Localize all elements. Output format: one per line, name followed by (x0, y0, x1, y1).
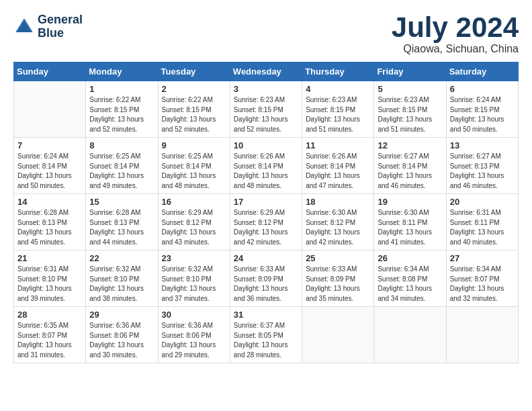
day-number: 13 (450, 140, 515, 150)
day-info: Sunrise: 6:25 AM Sunset: 8:14 PM Dayligh… (162, 152, 226, 191)
calendar-cell: 4Sunrise: 6:23 AM Sunset: 8:15 PM Daylig… (302, 81, 374, 138)
calendar-cell: 21Sunrise: 6:31 AM Sunset: 8:10 PM Dayli… (14, 250, 86, 307)
calendar-cell (374, 307, 446, 363)
day-number: 28 (17, 310, 82, 320)
calendar-cell: 25Sunrise: 6:33 AM Sunset: 8:09 PM Dayli… (302, 250, 374, 307)
day-info: Sunrise: 6:26 AM Sunset: 8:14 PM Dayligh… (306, 152, 370, 191)
day-number: 15 (89, 197, 154, 207)
month-title: July 2024 (392, 13, 519, 42)
logo: General Blue (13, 13, 83, 40)
calendar-cell: 19Sunrise: 6:30 AM Sunset: 8:11 PM Dayli… (374, 194, 446, 250)
calendar-week-row: 28Sunrise: 6:35 AM Sunset: 8:07 PM Dayli… (14, 307, 519, 363)
column-header-tuesday: Tuesday (158, 62, 230, 81)
day-number: 2 (162, 84, 226, 94)
day-info: Sunrise: 6:22 AM Sunset: 8:15 PM Dayligh… (89, 95, 154, 134)
day-info: Sunrise: 6:32 AM Sunset: 8:10 PM Dayligh… (89, 265, 154, 304)
calendar-cell (446, 307, 518, 363)
day-info: Sunrise: 6:29 AM Sunset: 8:12 PM Dayligh… (162, 208, 226, 247)
day-number: 18 (306, 197, 370, 207)
day-info: Sunrise: 6:37 AM Sunset: 8:05 PM Dayligh… (234, 321, 298, 360)
calendar-cell: 1Sunrise: 6:22 AM Sunset: 8:15 PM Daylig… (86, 81, 158, 138)
calendar-cell: 22Sunrise: 6:32 AM Sunset: 8:10 PM Dayli… (86, 250, 158, 307)
day-number: 27 (450, 253, 515, 263)
column-header-sunday: Sunday (14, 62, 86, 81)
day-number: 29 (89, 310, 154, 320)
day-number: 1 (89, 84, 154, 94)
day-info: Sunrise: 6:25 AM Sunset: 8:14 PM Dayligh… (89, 152, 154, 191)
calendar-cell: 8Sunrise: 6:25 AM Sunset: 8:14 PM Daylig… (86, 138, 158, 194)
calendar-cell: 3Sunrise: 6:23 AM Sunset: 8:15 PM Daylig… (230, 81, 302, 138)
day-info: Sunrise: 6:33 AM Sunset: 8:09 PM Dayligh… (306, 265, 370, 304)
day-info: Sunrise: 6:32 AM Sunset: 8:10 PM Dayligh… (162, 265, 226, 304)
calendar-cell: 16Sunrise: 6:29 AM Sunset: 8:12 PM Dayli… (158, 194, 230, 250)
calendar-cell (302, 307, 374, 363)
page-header: General Blue July 2024 Qiaowa, Sichuan, … (13, 13, 519, 55)
day-number: 11 (306, 140, 370, 150)
calendar-cell: 28Sunrise: 6:35 AM Sunset: 8:07 PM Dayli… (14, 307, 86, 363)
calendar-cell: 7Sunrise: 6:24 AM Sunset: 8:14 PM Daylig… (14, 138, 86, 194)
day-info: Sunrise: 6:33 AM Sunset: 8:09 PM Dayligh… (234, 265, 298, 304)
calendar-cell: 9Sunrise: 6:25 AM Sunset: 8:14 PM Daylig… (158, 138, 230, 194)
day-number: 5 (378, 84, 442, 94)
day-info: Sunrise: 6:34 AM Sunset: 8:07 PM Dayligh… (450, 265, 515, 304)
day-info: Sunrise: 6:28 AM Sunset: 8:13 PM Dayligh… (89, 208, 154, 247)
day-number: 21 (17, 253, 82, 263)
calendar-header-row: SundayMondayTuesdayWednesdayThursdayFrid… (14, 62, 519, 81)
day-number: 19 (378, 197, 442, 207)
day-number: 7 (17, 140, 82, 150)
day-info: Sunrise: 6:27 AM Sunset: 8:14 PM Dayligh… (378, 152, 442, 191)
calendar-cell: 27Sunrise: 6:34 AM Sunset: 8:07 PM Dayli… (446, 250, 518, 307)
logo-text: General Blue (38, 13, 83, 40)
day-number: 6 (450, 84, 515, 94)
day-number: 24 (234, 253, 298, 263)
calendar-cell: 24Sunrise: 6:33 AM Sunset: 8:09 PM Dayli… (230, 250, 302, 307)
calendar-cell: 20Sunrise: 6:31 AM Sunset: 8:11 PM Dayli… (446, 194, 518, 250)
calendar-cell: 6Sunrise: 6:24 AM Sunset: 8:15 PM Daylig… (446, 81, 518, 138)
calendar-cell: 15Sunrise: 6:28 AM Sunset: 8:13 PM Dayli… (86, 194, 158, 250)
day-info: Sunrise: 6:29 AM Sunset: 8:12 PM Dayligh… (234, 208, 298, 247)
day-number: 3 (234, 84, 298, 94)
day-info: Sunrise: 6:24 AM Sunset: 8:14 PM Dayligh… (17, 152, 82, 191)
calendar-cell: 2Sunrise: 6:22 AM Sunset: 8:15 PM Daylig… (158, 81, 230, 138)
day-number: 12 (378, 140, 442, 150)
column-header-friday: Friday (374, 62, 446, 81)
column-header-saturday: Saturday (446, 62, 518, 81)
calendar-cell: 29Sunrise: 6:36 AM Sunset: 8:06 PM Dayli… (86, 307, 158, 363)
day-number: 30 (162, 310, 226, 320)
calendar-cell: 5Sunrise: 6:23 AM Sunset: 8:15 PM Daylig… (374, 81, 446, 138)
calendar-cell: 14Sunrise: 6:28 AM Sunset: 8:13 PM Dayli… (14, 194, 86, 250)
calendar-cell: 17Sunrise: 6:29 AM Sunset: 8:12 PM Dayli… (230, 194, 302, 250)
day-info: Sunrise: 6:24 AM Sunset: 8:15 PM Dayligh… (450, 95, 515, 134)
calendar-cell: 30Sunrise: 6:36 AM Sunset: 8:06 PM Dayli… (158, 307, 230, 363)
day-number: 10 (234, 140, 298, 150)
location: Qiaowa, Sichuan, China (392, 43, 519, 55)
day-number: 25 (306, 253, 370, 263)
day-info: Sunrise: 6:36 AM Sunset: 8:06 PM Dayligh… (89, 321, 154, 360)
day-number: 20 (450, 197, 515, 207)
calendar-cell: 18Sunrise: 6:30 AM Sunset: 8:12 PM Dayli… (302, 194, 374, 250)
day-number: 23 (162, 253, 226, 263)
column-header-wednesday: Wednesday (230, 62, 302, 81)
day-info: Sunrise: 6:35 AM Sunset: 8:07 PM Dayligh… (17, 321, 82, 360)
calendar-cell (14, 81, 86, 138)
day-info: Sunrise: 6:23 AM Sunset: 8:15 PM Dayligh… (378, 95, 442, 134)
day-number: 17 (234, 197, 298, 207)
calendar: SundayMondayTuesdayWednesdayThursdayFrid… (13, 62, 519, 363)
day-number: 31 (234, 310, 298, 320)
calendar-cell: 23Sunrise: 6:32 AM Sunset: 8:10 PM Dayli… (158, 250, 230, 307)
logo-icon (13, 16, 35, 38)
calendar-cell: 13Sunrise: 6:27 AM Sunset: 8:13 PM Dayli… (446, 138, 518, 194)
title-area: July 2024 Qiaowa, Sichuan, China (392, 13, 519, 55)
day-info: Sunrise: 6:36 AM Sunset: 8:06 PM Dayligh… (162, 321, 226, 360)
calendar-cell: 10Sunrise: 6:26 AM Sunset: 8:14 PM Dayli… (230, 138, 302, 194)
day-info: Sunrise: 6:30 AM Sunset: 8:12 PM Dayligh… (306, 208, 370, 247)
day-info: Sunrise: 6:22 AM Sunset: 8:15 PM Dayligh… (162, 95, 226, 134)
column-header-thursday: Thursday (302, 62, 374, 81)
day-number: 14 (17, 197, 82, 207)
column-header-monday: Monday (86, 62, 158, 81)
calendar-cell: 31Sunrise: 6:37 AM Sunset: 8:05 PM Dayli… (230, 307, 302, 363)
calendar-week-row: 21Sunrise: 6:31 AM Sunset: 8:10 PM Dayli… (14, 250, 519, 307)
day-number: 26 (378, 253, 442, 263)
day-info: Sunrise: 6:23 AM Sunset: 8:15 PM Dayligh… (234, 95, 298, 134)
day-number: 22 (89, 253, 154, 263)
